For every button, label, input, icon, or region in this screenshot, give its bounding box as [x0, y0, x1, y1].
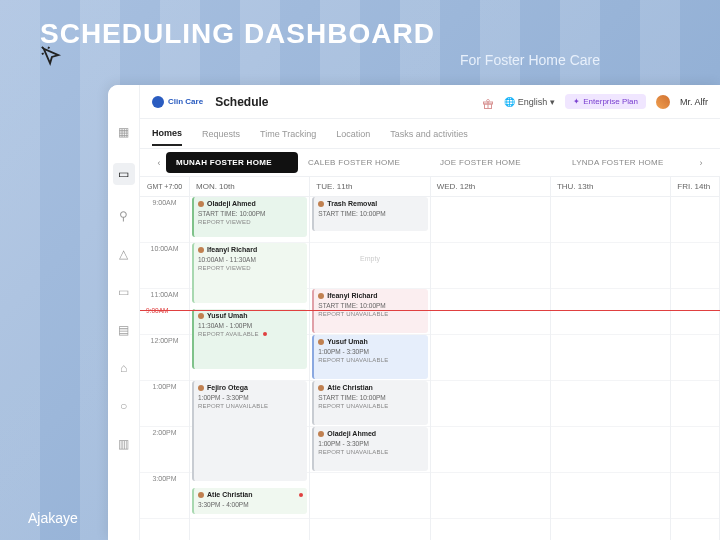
author-credit: Ajakaye [28, 510, 78, 526]
home-tab-lynda[interactable]: LYNDA FOSTER HOME [562, 152, 694, 173]
truck-icon[interactable]: ▭ [117, 285, 131, 299]
time-label: 1:00PM [140, 381, 189, 427]
topbar: Clin Care Schedule 🌐 English ▾ ✦ Enterpr… [140, 85, 720, 119]
day-header: THU. 13th [551, 177, 670, 197]
clipboard-icon[interactable]: ▤ [117, 323, 131, 337]
plan-badge[interactable]: ✦ Enterprise Plan [565, 94, 646, 109]
home-tab-joe[interactable]: JOE FOSTER HOME [430, 152, 562, 173]
event-card[interactable]: Atie ChristianSTART TIME: 10:00PMREPORT … [312, 381, 427, 425]
avatar[interactable] [656, 95, 670, 109]
tab-time-tracking[interactable]: Time Tracking [260, 123, 316, 145]
time-label: 9:00AM [140, 197, 189, 243]
app-window: ▦ ▭ ⚲ △ ▭ ▤ ⌂ ○ ▥ Clin Care Schedule 🌐 E… [108, 85, 720, 540]
page-title: Schedule [215, 95, 268, 109]
prev-arrow[interactable]: ‹ [152, 158, 166, 168]
chevron-down-icon: ▾ [550, 97, 555, 107]
time-label: 2:00PM [140, 427, 189, 473]
tab-location[interactable]: Location [336, 123, 370, 145]
nav-rail: ▦ ▭ ⚲ △ ▭ ▤ ⌂ ○ ▥ [108, 85, 140, 540]
day-header: FRI. 14th [671, 177, 719, 197]
archive-icon[interactable]: ▥ [117, 437, 131, 451]
time-label: 12:00PM [140, 335, 189, 381]
day-header: WED. 12th [431, 177, 550, 197]
tab-requests[interactable]: Requests [202, 123, 240, 145]
hero-title: SCHEDULING DASHBOARD [40, 18, 435, 50]
day-header: TUE. 11th [310, 177, 429, 197]
bell-icon[interactable]: △ [117, 247, 131, 261]
calendar-icon[interactable]: ▭ [113, 163, 135, 185]
empty-label: Empty [360, 255, 380, 262]
time-label: 3:00PM [140, 473, 189, 519]
globe-icon: 🌐 [504, 97, 515, 107]
users-icon[interactable]: ⚲ [117, 209, 131, 223]
event-card[interactable]: Fejiro Otega1:00PM - 3:30PMREPORT UNAVAI… [192, 381, 307, 481]
time-label: 10:00AM [140, 243, 189, 289]
language-selector[interactable]: 🌐 English ▾ [504, 97, 556, 107]
day-fri[interactable]: FRI. 14th [671, 177, 720, 540]
cursor-click-icon [40, 45, 62, 71]
home-tabs: ‹ MUNAH FOSTER HOME CALEB FOSTER HOME JO… [140, 149, 720, 177]
event-card[interactable]: Oladeji AhmedSTART TIME: 10:00PMREPORT V… [192, 197, 307, 237]
grid-icon[interactable]: ▦ [117, 125, 131, 139]
tab-tasks[interactable]: Tasks and activities [390, 123, 468, 145]
event-card[interactable]: Atie Christian3:30PM - 4:00PM [192, 488, 307, 514]
tab-homes[interactable]: Homes [152, 122, 182, 146]
event-card[interactable]: Oladeji Ahmed1:00PM - 3:30PMREPORT UNAVA… [312, 427, 427, 471]
tz-label: GMT +7:00 [140, 177, 189, 197]
home-tab-munah[interactable]: MUNAH FOSTER HOME [166, 152, 298, 173]
chat-icon[interactable]: ○ [117, 399, 131, 413]
time-column: GMT +7:00 9:00AM 10:00AM 11:00AM 12:00PM… [140, 177, 190, 540]
event-card[interactable]: Trash RemovalSTART TIME: 10:00PM [312, 197, 427, 231]
user-name: Mr. Alfr [680, 97, 708, 107]
brand-logo[interactable]: Clin Care [152, 96, 203, 108]
primary-tabs: Homes Requests Time Tracking Location Ta… [140, 119, 720, 149]
day-wed[interactable]: WED. 12th [431, 177, 551, 540]
gift-icon[interactable] [482, 96, 494, 108]
event-card[interactable]: Ifeanyi Richard10:00AM - 11:30AMREPORT V… [192, 243, 307, 303]
sparkle-icon: ✦ [573, 97, 580, 106]
day-mon[interactable]: MON. 10th Oladeji AhmedSTART TIME: 10:00… [190, 177, 310, 540]
event-card[interactable]: Yusuf Umah1:00PM - 3:30PMREPORT UNAVAILA… [312, 335, 427, 379]
day-tue[interactable]: TUE. 11th Empty Trash RemovalSTART TIME:… [310, 177, 430, 540]
day-header: MON. 10th [190, 177, 309, 197]
calendar-grid: GMT +7:00 9:00AM 10:00AM 11:00AM 12:00PM… [140, 177, 720, 540]
event-card[interactable]: Ifeanyi RichardSTART TIME: 10:00PMREPORT… [312, 289, 427, 333]
day-thu[interactable]: THU. 13th [551, 177, 671, 540]
home-tab-caleb[interactable]: CALEB FOSTER HOME [298, 152, 430, 173]
now-indicator [140, 310, 720, 311]
next-arrow[interactable]: › [694, 158, 708, 168]
hero-subtitle: For Foster Home Care [460, 52, 600, 68]
home-icon[interactable]: ⌂ [117, 361, 131, 375]
event-card[interactable]: Yusuf Umah11:30AM - 1:00PMREPORT AVAILAB… [192, 309, 307, 369]
